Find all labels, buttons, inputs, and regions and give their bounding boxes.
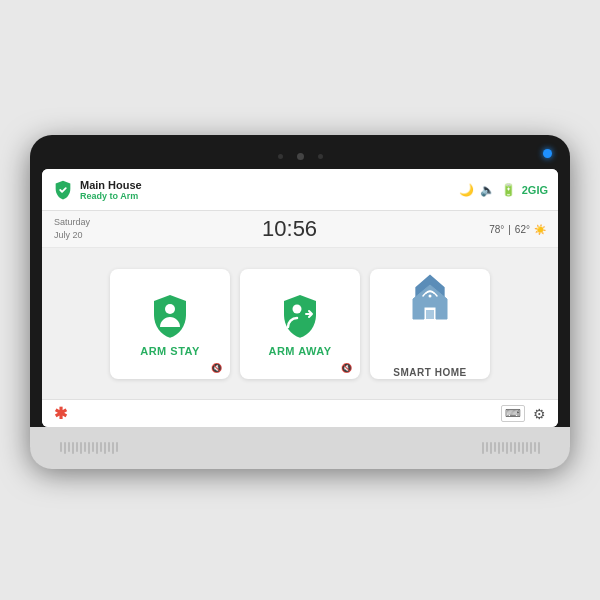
location-label: Main House [80, 179, 142, 191]
arm-stay-card[interactable]: ARM STAY 🔇 [110, 269, 230, 379]
arm-away-icon [276, 291, 324, 339]
gear-icon[interactable]: ⚙ [533, 406, 546, 422]
moon-icon: 🌙 [459, 183, 474, 197]
speaker-right [482, 442, 540, 454]
temp-low: 62° [515, 224, 530, 235]
sun-icon: ☀️ [534, 224, 546, 235]
camera-dot-left [278, 154, 283, 159]
action-cards-area: ARM STAY 🔇 ARM AWAY 🔇 [42, 248, 558, 399]
date-display: Saturday July 20 [54, 216, 90, 241]
time-display: 10:56 [262, 216, 317, 242]
bottom-bar: ✱ ⌨ ⚙ [42, 399, 558, 427]
camera-dot-right [318, 154, 323, 159]
bottom-right-icons: ⌨ ⚙ [501, 405, 546, 422]
arm-stay-mute-icon: 🔇 [211, 363, 222, 373]
arm-stay-label: ARM STAY [140, 345, 200, 357]
device-bottom-bezel [30, 427, 570, 469]
volume-icon: 🔈 [480, 183, 495, 197]
header-left: Main House Ready to Arm [52, 179, 142, 201]
smart-home-label: SMART HOME [393, 367, 466, 379]
camera-main [297, 153, 304, 160]
header-right: 🌙 🔈 🔋 2GIG [459, 183, 548, 197]
battery-icon: 🔋 [501, 183, 516, 197]
header-title: Main House Ready to Arm [80, 179, 142, 201]
arm-away-label: ARM AWAY [268, 345, 331, 357]
arm-away-card[interactable]: ARM AWAY 🔇 [240, 269, 360, 379]
screen-header: Main House Ready to Arm 🌙 🔈 🔋 2GIG [42, 169, 558, 211]
svg-point-7 [429, 294, 432, 297]
weather-display: 78° | 62° ☀️ [489, 224, 546, 235]
svg-point-0 [165, 304, 175, 314]
led-indicator [543, 149, 552, 158]
smart-home-icon-2 [406, 277, 454, 325]
temp-separator: | [508, 224, 511, 235]
arm-away-mute-icon: 🔇 [341, 363, 352, 373]
brand-label: 2GIG [522, 184, 548, 196]
info-bar: Saturday July 20 10:56 78° | 62° ☀️ [42, 211, 558, 248]
speaker-left [60, 442, 118, 454]
camera-row [42, 147, 558, 165]
security-panel-device: Main House Ready to Arm 🌙 🔈 🔋 2GIG Satur… [30, 135, 570, 465]
temp-high: 78° [489, 224, 504, 235]
svg-point-1 [293, 304, 302, 313]
status-label: Ready to Arm [80, 191, 142, 201]
arm-stay-icon [146, 291, 194, 339]
keyboard-icon[interactable]: ⌨ [501, 405, 525, 422]
smart-home-card[interactable]: SMART HOME [370, 269, 490, 379]
screen: Main House Ready to Arm 🌙 🔈 🔋 2GIG Satur… [42, 169, 558, 427]
shield-check-icon [52, 179, 74, 201]
alert-icon[interactable]: ✱ [54, 404, 67, 423]
svg-rect-6 [426, 310, 434, 319]
